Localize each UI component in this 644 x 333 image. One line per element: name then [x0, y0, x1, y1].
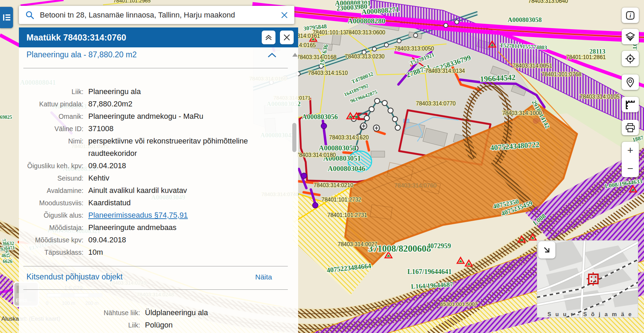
- marker-button[interactable]: [622, 74, 639, 90]
- show-on-map-link[interactable]: Näita: [255, 273, 272, 281]
- restriction-section-title: Kitsendust põhjustav objekt: [26, 272, 123, 282]
- map-label: 78401:101:2861: [566, 54, 606, 60]
- locate-button[interactable]: [622, 51, 639, 66]
- legal-basis-link[interactable]: Planeerimisseadus §74,75,91: [88, 211, 188, 219]
- panel-title: Maatükk 78403:314:0760: [26, 33, 126, 43]
- map-label: A000808280: [348, 17, 385, 25]
- double-chevron-up-icon: [264, 33, 273, 42]
- map-label: 4072959: [427, 242, 451, 250]
- map-label: 65301:001:5007: [440, 301, 477, 307]
- search-clear-icon[interactable]: [280, 11, 289, 20]
- map-label: 78403:314:0027: [338, 241, 377, 247]
- svg-text:i: i: [630, 13, 631, 19]
- field-value: Üldplaneeringu ala: [145, 307, 288, 319]
- map-label: 78403:314:0134: [425, 68, 465, 74]
- map-label: L167/19644641: [407, 268, 452, 275]
- map-label: 78403:314:1620: [329, 135, 369, 140]
- field-label: Mõõdistuse kpv:: [23, 234, 83, 246]
- close-icon: [283, 33, 291, 42]
- field-label: Liik:: [23, 85, 83, 98]
- zoom-out-button[interactable]: −: [622, 163, 639, 174]
- map-label: 371008/8200608: [368, 243, 431, 254]
- field-value: Polügon: [145, 319, 288, 331]
- field-list-2: Nähtuse liik:Üldplaneeringu alaLiik:Polü…: [23, 307, 288, 331]
- field-value: 09.04.2018: [88, 234, 288, 246]
- panel-close-button[interactable]: [280, 31, 294, 44]
- map-label: 78403:314:0760: [394, 182, 437, 189]
- diagonal-arrow-icon: [542, 245, 552, 255]
- field-value: 371008: [88, 123, 288, 135]
- map-label: 69825: [0, 115, 12, 120]
- field-value: Planeeringute andmebaas: [88, 221, 288, 234]
- section-title[interactable]: Planeeringu ala - 87,880.20 m2: [26, 50, 137, 59]
- search-input[interactable]: [39, 10, 280, 20]
- field-value: Kehtiv: [88, 172, 288, 184]
- field-value: 09.04.2018: [88, 160, 288, 172]
- zoom-in-button[interactable]: +: [622, 145, 639, 156]
- menu-indent-icon: [0, 7, 13, 28]
- layers-button[interactable]: [622, 29, 639, 44]
- collapse-all-button[interactable]: [262, 31, 275, 44]
- map-label: 78403:313:0600: [346, 30, 385, 35]
- map-label: 78401:101:2965: [113, 0, 150, 3]
- field-value: Planeeringute andmekogu - MaRu: [88, 110, 288, 123]
- field-label: Väline ID:: [23, 123, 83, 135]
- map-label: 78403:314:0210: [314, 182, 353, 188]
- panel-header: Maatükk 78403:314:0760: [19, 27, 298, 47]
- section-collapse-chevron[interactable]: [267, 52, 277, 60]
- divider: [23, 68, 288, 68]
- feature-detail-panel: Planeeringu ala - 87,880.20 m2 Liik:Plan…: [19, 47, 298, 333]
- map-label: A000803046: [328, 164, 365, 173]
- app-window: A000808301230003980A000808271A000808280A…: [0, 0, 644, 333]
- field-value: Kaardistatud: [88, 197, 288, 209]
- field-value: perspektiivne või rekonstrueeritav põhim…: [88, 135, 288, 160]
- scrollbar-thumb[interactable]: [292, 123, 296, 152]
- map-label: 78401:101:0768: [542, 71, 581, 77]
- field-row: Kattuv pindala:87,880.20m2: [23, 98, 288, 110]
- map-label: 78401:101:2732: [321, 197, 361, 203]
- field-label: Moodustusviis:: [23, 197, 83, 209]
- map-label: 6626: [3, 259, 12, 264]
- info-button[interactable]: i: [622, 8, 639, 23]
- print-button[interactable]: [622, 120, 639, 135]
- map-label: 46: [1, 253, 6, 258]
- field-row: Seisund:Kehtiv: [23, 172, 288, 184]
- layers-icon: [625, 31, 636, 42]
- sidebar-toggle-button[interactable]: [0, 7, 13, 28]
- field-row: Väline ID:371008: [23, 123, 288, 135]
- map-label: 78403:313:0640: [528, 0, 568, 4]
- map-label: 78403:314:0770: [416, 101, 456, 106]
- search-bar: [19, 6, 294, 24]
- map-label: 28113: [589, 48, 605, 55]
- field-row: Õigusliku keh. kpv:09.04.2018: [23, 160, 288, 172]
- overview-expand-button[interactable]: [538, 241, 555, 259]
- field-label: Õigusliku keh. kpv:: [23, 160, 83, 172]
- map-label: 78403:314:1000: [502, 110, 542, 116]
- field-row: Omanik:Planeeringute andmekogu - MaRu: [23, 110, 288, 123]
- location-pin-icon: [625, 77, 635, 88]
- field-value: Planeerimisseadus §74,75,91: [88, 209, 288, 221]
- search-icon[interactable]: [25, 10, 35, 20]
- field-value: Planeeringu ala: [88, 85, 288, 98]
- field-label: Nähtuse liik:: [23, 307, 140, 319]
- info-icon: i: [625, 10, 635, 21]
- field-label: Õiguslik alus:: [23, 209, 83, 221]
- field-value: 10m: [88, 246, 288, 259]
- divider: [23, 266, 288, 266]
- field-label: Seisund:: [23, 172, 83, 184]
- map-label: 78403:313:0050: [394, 46, 434, 51]
- divider: [23, 289, 288, 290]
- zoom-control: + −: [622, 142, 639, 177]
- field-row: Moodustusviis:Kaardistatud: [23, 197, 288, 209]
- scroll-up-arrow[interactable]: [292, 53, 298, 57]
- field-value: 87,880.20m2: [88, 98, 288, 110]
- field-row: Mõõdistaja:Planeeringute andmebaas: [23, 221, 288, 234]
- printer-icon: [625, 122, 636, 133]
- map-label: 78403:314:0180: [296, 152, 336, 158]
- field-label: Kattuv pindala:: [23, 98, 83, 110]
- map-label: 78403:313:0230: [345, 54, 385, 59]
- field-row: Liik:Planeeringu ala: [23, 85, 288, 98]
- field-row: Nähtuse liik:Üldplaneeringu ala: [23, 307, 288, 319]
- map-label: A000803058: [508, 16, 542, 23]
- measure-button[interactable]: [622, 97, 639, 112]
